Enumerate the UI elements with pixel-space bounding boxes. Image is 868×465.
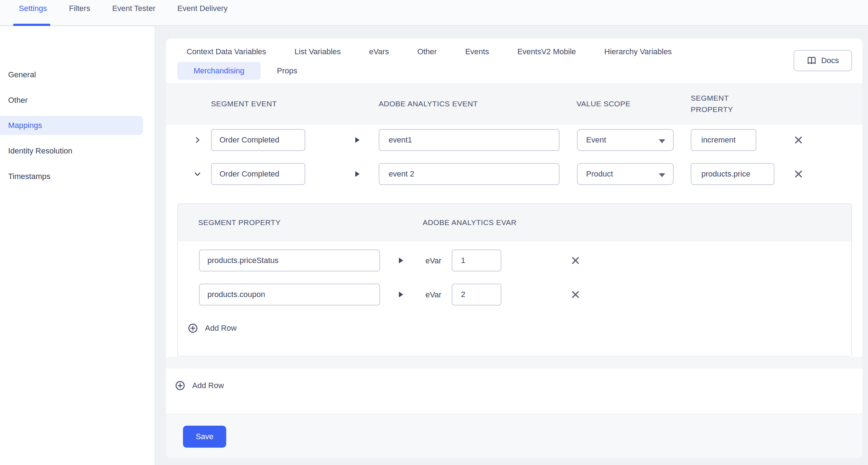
remove-row-button[interactable] (794, 135, 803, 145)
add-subrow-button[interactable]: Add Row (188, 322, 237, 335)
tab-list-variables[interactable]: List Variables (295, 47, 341, 56)
column-header-value-scope: VALUE SCOPE (577, 98, 630, 110)
variable-tabs-row1: Context Data Variables List Variables eV… (187, 42, 672, 61)
top-nav: Settings Filters Event Tester Event Deli… (0, 0, 868, 26)
segment-property-input[interactable] (199, 250, 380, 271)
tab-hierarchy-variables[interactable]: Hierarchy Variables (604, 47, 672, 56)
maps-to-arrow-icon (399, 292, 403, 297)
column-header-adobe-analytics-evar: ADOBE ANALYTICS EVAR (423, 218, 517, 227)
add-row-label: Add Row (192, 381, 224, 390)
sidebar-item-identity-resolution[interactable]: Identity Resolution (0, 141, 143, 161)
tab-context-data-variables[interactable]: Context Data Variables (187, 47, 266, 56)
adobe-analytics-event-input[interactable] (379, 129, 560, 151)
nav-tab-event-delivery[interactable]: Event Delivery (177, 4, 228, 13)
nav-tab-event-tester[interactable]: Event Tester (112, 4, 155, 13)
remove-subrow-button[interactable] (571, 256, 580, 265)
value-scope-selected: Event (586, 135, 606, 145)
caret-down-icon (659, 173, 665, 177)
nav-tab-settings[interactable]: Settings (19, 4, 47, 13)
adobe-analytics-event-input[interactable] (379, 163, 560, 185)
segment-event-input[interactable] (211, 163, 305, 185)
nav-tab-filters[interactable]: Filters (69, 4, 90, 13)
active-tab-underline (13, 24, 50, 26)
card-footer (166, 414, 862, 458)
maps-to-arrow-icon (355, 171, 360, 177)
segment-property-input[interactable] (199, 284, 380, 306)
collapse-row-button[interactable] (194, 170, 201, 178)
book-icon (807, 56, 817, 65)
value-scope-select[interactable]: Product (577, 163, 674, 185)
add-row-label: Add Row (205, 324, 237, 333)
sidebar-item-other[interactable]: Other (0, 91, 143, 110)
column-header-segment-property: SEGMENT PROPERTY (198, 218, 280, 227)
mapping-table-header: SEGMENT EVENT ADOBE ANALYTICS EVENT VALU… (166, 83, 862, 125)
evar-number-input[interactable] (452, 284, 501, 306)
settings-sidebar: General Other Mappings Identity Resoluti… (0, 27, 155, 465)
remove-row-button[interactable] (794, 169, 803, 179)
column-header-segment-event: SEGMENT EVENT (211, 98, 277, 110)
tab-events[interactable]: Events (465, 47, 489, 56)
evar-prefix-label: eVar (425, 290, 441, 299)
segment-property-input[interactable] (691, 129, 756, 151)
docs-button-label: Docs (821, 56, 839, 65)
maps-to-arrow-icon (355, 137, 360, 143)
segment-property-input[interactable] (691, 163, 774, 185)
sidebar-item-general[interactable]: General (0, 65, 143, 84)
variable-tabs-row2: Merchandising Props (177, 62, 297, 80)
tab-merchandising[interactable]: Merchandising (177, 62, 261, 80)
segment-event-input[interactable] (211, 129, 305, 151)
mappings-card: Context Data Variables List Variables eV… (166, 38, 862, 458)
remove-subrow-button[interactable] (571, 290, 580, 299)
value-scope-selected: Product (586, 169, 613, 179)
caret-down-icon (659, 139, 665, 143)
maps-to-arrow-icon (399, 258, 403, 263)
tab-other[interactable]: Other (417, 47, 437, 56)
evar-mapping-subtable: SEGMENT PROPERTY ADOBE ANALYTICS EVAR eV… (177, 203, 852, 357)
column-header-adobe-analytics-event: ADOBE ANALYTICS EVENT (379, 98, 478, 110)
docs-button[interactable]: Docs (794, 50, 852, 71)
tab-evars[interactable]: eVars (369, 47, 389, 56)
value-scope-select[interactable]: Event (577, 129, 674, 151)
plus-circle-icon (175, 381, 185, 391)
evar-prefix-label: eVar (425, 256, 441, 265)
subtable-header: SEGMENT PROPERTY ADOBE ANALYTICS EVAR (178, 204, 851, 241)
sidebar-item-timestamps[interactable]: Timestamps (0, 167, 143, 186)
evar-number-input[interactable] (452, 250, 501, 271)
table-footer-band (166, 357, 862, 368)
sidebar-item-mappings[interactable]: Mappings (0, 116, 143, 135)
save-button[interactable]: Save (183, 426, 226, 448)
top-nav-items: Settings Filters Event Tester Event Deli… (19, 0, 228, 17)
expand-row-button[interactable] (194, 136, 201, 144)
plus-circle-icon (188, 323, 198, 333)
tab-eventsv2-mobile[interactable]: EventsV2 Mobile (517, 47, 576, 56)
add-row-button[interactable]: Add Row (175, 379, 224, 392)
column-header-segment-property: SEGMENT PROPERTY (691, 93, 755, 115)
tab-props[interactable]: Props (277, 66, 297, 75)
